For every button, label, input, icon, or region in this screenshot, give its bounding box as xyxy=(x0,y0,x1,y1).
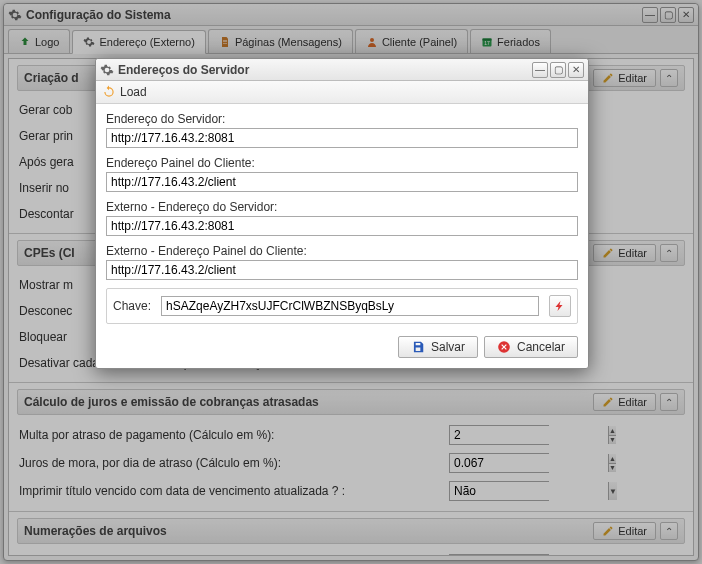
cancel-label: Cancelar xyxy=(517,340,565,354)
section-num: Numerações de arquivos Editar ⌃ Número s… xyxy=(9,512,693,556)
tab-paginas-label: Páginas (Mensagens) xyxy=(235,36,342,48)
modal-body: Endereço do Servidor: Endereço Painel do… xyxy=(96,104,588,330)
ext-client-panel-input[interactable] xyxy=(106,260,578,280)
edit-label: Editar xyxy=(618,247,647,259)
collapse-button[interactable]: ⌃ xyxy=(660,393,678,411)
pencil-icon xyxy=(602,247,614,259)
spinner-down-icon[interactable]: ▼ xyxy=(609,436,616,445)
edit-button[interactable]: Editar xyxy=(593,522,656,540)
spinner-down-icon[interactable]: ▼ xyxy=(609,464,616,473)
main-titlebar: Configuração do Sistema — ▢ ✕ xyxy=(4,4,698,26)
modal-titlebar: Endereços do Servidor — ▢ ✕ xyxy=(96,59,588,81)
tab-logo[interactable]: Logo xyxy=(8,29,70,53)
load-bar[interactable]: Load xyxy=(96,81,588,104)
chevron-up-icon: ⌃ xyxy=(665,397,673,408)
gear-icon xyxy=(83,36,95,48)
edit-button[interactable]: Editar xyxy=(593,393,656,411)
generate-key-button[interactable] xyxy=(549,295,571,317)
arrow-up-icon xyxy=(19,36,31,48)
chevron-down-icon[interactable]: ▼ xyxy=(608,482,617,500)
row-label: Juros de mora, por dia de atraso (Cálcul… xyxy=(19,456,449,470)
maximize-button[interactable]: ▢ xyxy=(660,7,676,23)
pencil-icon xyxy=(602,72,614,84)
main-title: Configuração do Sistema xyxy=(26,8,171,22)
lightning-icon xyxy=(554,300,566,312)
tab-feriados-label: Feriados xyxy=(497,36,540,48)
spinner-up-icon[interactable]: ▲ xyxy=(609,454,616,464)
multa-spinner[interactable]: ▲▼ xyxy=(449,425,549,445)
chevron-up-icon: ⌃ xyxy=(665,526,673,537)
collapse-button[interactable]: ⌃ xyxy=(660,69,678,87)
modal-close-button[interactable]: ✕ xyxy=(568,62,584,78)
section-cpes-title: CPEs (CI xyxy=(24,246,75,260)
edit-label: Editar xyxy=(618,525,647,537)
row-label: Multa por atraso de pagamento (Cálculo e… xyxy=(19,428,449,442)
collapse-button[interactable]: ⌃ xyxy=(660,244,678,262)
nf-input[interactable] xyxy=(450,555,608,556)
edit-button[interactable]: Editar xyxy=(593,69,656,87)
juros-input[interactable] xyxy=(450,454,608,472)
calendar-icon: 17 xyxy=(481,36,493,48)
imprimir-combo[interactable]: ▼ xyxy=(449,481,549,501)
nf-spinner[interactable]: ▲▼ xyxy=(449,554,549,556)
tab-cliente-label: Cliente (Painel) xyxy=(382,36,457,48)
cancel-icon xyxy=(497,340,511,354)
gear-icon xyxy=(8,8,22,22)
minimize-button[interactable]: — xyxy=(642,7,658,23)
svg-text:17: 17 xyxy=(484,40,490,46)
modal-enderecos: Endereços do Servidor — ▢ ✕ Load Endereç… xyxy=(95,58,589,369)
gear-icon xyxy=(100,63,114,77)
load-label: Load xyxy=(120,85,147,99)
modal-actions: Salvar Cancelar xyxy=(96,330,588,368)
edit-label: Editar xyxy=(618,396,647,408)
pencil-icon xyxy=(602,525,614,537)
edit-label: Editar xyxy=(618,72,647,84)
tabs: Logo Endereço (Externo) Páginas (Mensage… xyxy=(4,26,698,54)
key-label: Chave: xyxy=(113,299,151,313)
refresh-icon xyxy=(102,85,116,99)
key-row: Chave: xyxy=(106,288,578,324)
edit-button[interactable]: Editar xyxy=(593,244,656,262)
modal-maximize-button[interactable]: ▢ xyxy=(550,62,566,78)
cancel-button[interactable]: Cancelar xyxy=(484,336,578,358)
section-juros: Cálculo de juros e emissão de cobranças … xyxy=(9,383,693,512)
section-juros-title: Cálculo de juros e emissão de cobranças … xyxy=(24,395,319,409)
page-icon xyxy=(219,36,231,48)
chevron-up-icon: ⌃ xyxy=(665,248,673,259)
chevron-up-icon: ⌃ xyxy=(665,73,673,84)
imprimir-input[interactable] xyxy=(450,482,608,500)
key-input[interactable] xyxy=(161,296,539,316)
ext-server-address-input[interactable] xyxy=(106,216,578,236)
svg-point-0 xyxy=(370,38,374,42)
juros-spinner[interactable]: ▲▼ xyxy=(449,453,549,473)
section-cobranca-title: Criação d xyxy=(24,71,79,85)
field-label: Endereço do Servidor: xyxy=(106,112,578,126)
spinner-up-icon[interactable]: ▲ xyxy=(609,426,616,436)
collapse-button[interactable]: ⌃ xyxy=(660,522,678,540)
spinner-up-icon[interactable]: ▲ xyxy=(609,555,616,556)
modal-title: Endereços do Servidor xyxy=(118,63,249,77)
tab-cliente[interactable]: Cliente (Painel) xyxy=(355,29,468,53)
client-panel-input[interactable] xyxy=(106,172,578,192)
tab-feriados[interactable]: 17 Feriados xyxy=(470,29,551,53)
user-icon xyxy=(366,36,378,48)
pencil-icon xyxy=(602,396,614,408)
save-icon xyxy=(411,340,425,354)
field-label: Externo - Endereço do Servidor: xyxy=(106,200,578,214)
tab-endereco-label: Endereço (Externo) xyxy=(99,36,194,48)
tab-endereco[interactable]: Endereço (Externo) xyxy=(72,30,205,54)
tab-logo-label: Logo xyxy=(35,36,59,48)
close-button[interactable]: ✕ xyxy=(678,7,694,23)
field-label: Endereço Painel do Cliente: xyxy=(106,156,578,170)
modal-minimize-button[interactable]: — xyxy=(532,62,548,78)
field-label: Externo - Endereço Painel do Cliente: xyxy=(106,244,578,258)
save-label: Salvar xyxy=(431,340,465,354)
section-num-title: Numerações de arquivos xyxy=(24,524,167,538)
multa-input[interactable] xyxy=(450,426,608,444)
row-label: Imprimir título vencido com data de venc… xyxy=(19,484,449,498)
server-address-input[interactable] xyxy=(106,128,578,148)
tab-paginas[interactable]: Páginas (Mensagens) xyxy=(208,29,353,53)
save-button[interactable]: Salvar xyxy=(398,336,478,358)
